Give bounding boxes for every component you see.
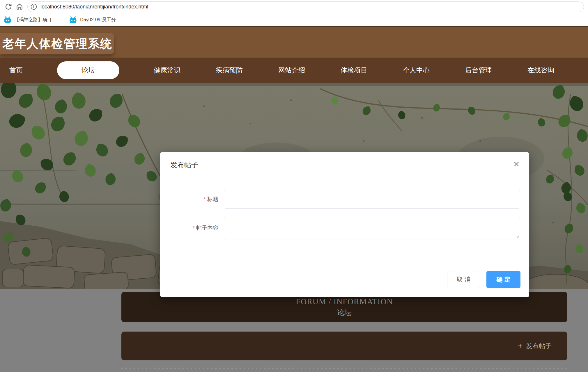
nav-item-disease-prevention[interactable]: 疾病预防 — [215, 61, 244, 79]
new-post-button[interactable]: + 发布帖子 — [518, 342, 552, 350]
url-text: localhost:8080/laonianrentijian/front/in… — [40, 4, 148, 10]
title-field-label: *标题 — [160, 195, 224, 203]
nav-item-home[interactable]: 首页 — [8, 61, 24, 79]
content-field-label: *帖子内容 — [160, 224, 224, 232]
bookmark-item[interactable]: Day02-09-员工分... — [69, 16, 120, 24]
bilibili-icon — [69, 16, 77, 24]
nav-item-admin[interactable]: 后台管理 — [464, 61, 493, 79]
bookmark-label: Day02-09-员工分... — [80, 17, 120, 23]
form-row-title: *标题 — [160, 190, 529, 209]
bilibili-icon — [3, 16, 12, 24]
forum-toolbar-banner: + 发布帖子 — [121, 332, 567, 360]
plus-icon: + — [518, 342, 523, 350]
screen: localhost:8080/laonianrentijian/front/in… — [0, 0, 588, 372]
main-nav: 首页 论坛 健康常识 疾病预防 网站介绍 体检项目 个人中心 后台管理 在线咨询 — [0, 58, 588, 83]
site-title-plate: 老年人体检管理系统 — [0, 33, 114, 54]
new-post-label: 发布帖子 — [526, 342, 552, 350]
form-row-content: *帖子内容 — [160, 217, 529, 239]
required-mark: * — [193, 225, 195, 231]
home-icon[interactable] — [14, 1, 25, 12]
dialog-title: 发布帖子 — [170, 160, 198, 170]
forum-title-en: FORUM / INFORMATION — [296, 297, 393, 306]
site-header: 老年人体检管理系统 — [0, 26, 588, 58]
nav-item-online-consult[interactable]: 在线咨询 — [526, 61, 555, 79]
dotted-divider — [121, 368, 567, 369]
nav-item-site-intro[interactable]: 网站介绍 — [277, 61, 306, 79]
cancel-button[interactable]: 取 消 — [447, 271, 480, 288]
content-textarea[interactable] — [224, 217, 520, 239]
title-input[interactable] — [224, 190, 520, 209]
nav-item-personal-center[interactable]: 个人中心 — [402, 61, 431, 79]
bookmark-item[interactable]: 【码神之路】项目... — [3, 16, 56, 24]
reload-icon[interactable] — [3, 1, 14, 12]
bookmarks-bar: 【码神之路】项目... Day02-09-员工分... — [0, 13, 588, 26]
required-mark: * — [204, 196, 206, 202]
confirm-button[interactable]: 确 定 — [486, 271, 520, 288]
nav-item-forum[interactable]: 论坛 — [57, 61, 119, 79]
forum-title-zh: 论坛 — [337, 308, 352, 317]
nav-item-checkup-items[interactable]: 体检项目 — [339, 61, 369, 79]
close-icon[interactable]: ✕ — [511, 159, 522, 170]
publish-post-dialog: 发布帖子 ✕ *标题 *帖子内容 取 消 确 定 — [160, 152, 529, 297]
dialog-footer: 取 消 确 定 — [447, 271, 520, 288]
url-bar[interactable]: localhost:8080/laonianrentijian/front/in… — [27, 1, 584, 12]
page-info-icon[interactable] — [30, 3, 38, 10]
nav-item-health-tips[interactable]: 健康常识 — [153, 61, 182, 79]
browser-toolbar: localhost:8080/laonianrentijian/front/in… — [0, 0, 588, 13]
bookmark-label: 【码神之路】项目... — [15, 17, 56, 23]
site-title: 老年人体检管理系统 — [0, 36, 112, 52]
